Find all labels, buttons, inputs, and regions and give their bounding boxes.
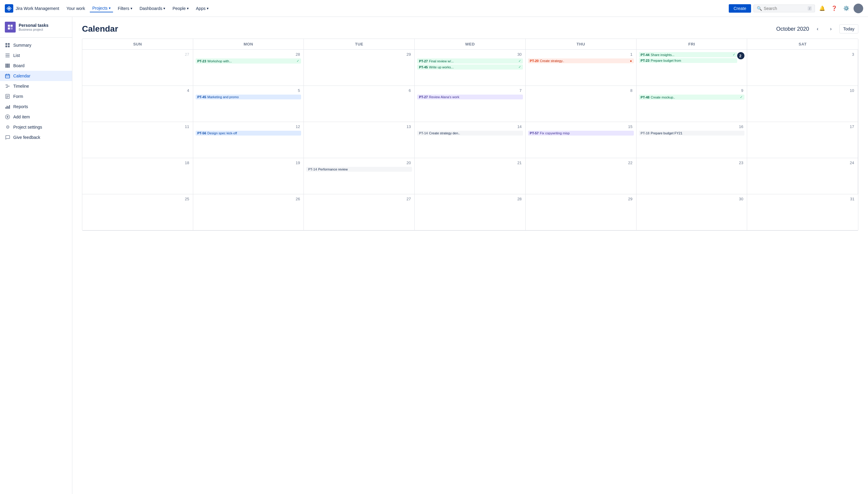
task-pill[interactable]: PT-27Review Alana's work (417, 95, 523, 99)
task-label: Prepare budget from (651, 59, 735, 62)
list-icon (5, 53, 10, 58)
settings-button[interactable]: ⚙️ (842, 4, 851, 13)
search-input[interactable] (764, 6, 806, 11)
calendar-cell-20[interactable]: 20PT-14Performance review (304, 158, 415, 194)
svg-rect-26 (6, 97, 8, 98)
calendar-cell-22[interactable]: 22 (525, 158, 636, 194)
topnav: Jira Work Management Your work Projects … (0, 0, 868, 17)
sidebar-item-board[interactable]: Board (0, 60, 72, 71)
calendar-cell-28[interactable]: 28 (415, 194, 525, 230)
calendar-cell-18[interactable]: 18 (82, 158, 193, 194)
sidebar-item-add-item[interactable]: Add item (0, 112, 72, 122)
task-id: PT-44 (641, 53, 649, 57)
nav-dashboards[interactable]: Dashboards ▾ (137, 5, 168, 12)
calendar-cell-27[interactable]: 27 (82, 50, 193, 86)
sidebar-item-reports[interactable]: Reports (0, 101, 72, 112)
calendar-cell-24[interactable]: 24 (747, 158, 858, 194)
calendar-cell-30[interactable]: 30PT-27Final review w/...✓PT-45Write up … (415, 50, 525, 86)
task-pill[interactable]: PT-23Workshop with...✓ (196, 58, 301, 63)
calendar-cell-31[interactable]: 31 (747, 194, 858, 230)
search-bar[interactable]: 🔍 / (754, 4, 815, 12)
task-pill[interactable]: PT-18Prepare budget FY21 (639, 131, 745, 136)
calendar-cell-26[interactable]: 26 (193, 194, 304, 230)
calendar-cell-25[interactable]: 25 (82, 194, 193, 230)
calendar-cell-2[interactable]: 2PT-44Share insights...✓PT-23Prepare bud… (636, 50, 747, 86)
svg-rect-24 (6, 95, 9, 96)
calendar-cell-5[interactable]: 5PT-45Marketing and promo (193, 86, 304, 122)
form-icon (5, 94, 10, 99)
filters-chevron-icon: ▾ (130, 6, 132, 11)
task-pill[interactable]: PT-45Marketing and promo (196, 95, 301, 99)
calendar-cell-29[interactable]: 29 (304, 50, 415, 86)
task-pill[interactable]: PT-14Create strategy den.. (417, 131, 523, 136)
sidebar-item-timeline[interactable]: Timeline (0, 81, 72, 91)
sidebar-item-list[interactable]: List (0, 50, 72, 60)
cell-date: 28 (417, 197, 523, 201)
calendar-cell-9[interactable]: 9PT-48Create mockup..✓ (636, 86, 747, 122)
task-pill[interactable]: PT-45Write up works...✓ (417, 64, 523, 70)
cell-date: 28 (196, 52, 301, 57)
task-pill[interactable]: PT-14Performance review (306, 167, 412, 172)
today-button[interactable]: Today (839, 24, 858, 34)
prev-month-button[interactable]: ‹ (813, 24, 823, 34)
calendar-cell-1[interactable]: 1PT-20Create strategy..● (525, 50, 636, 86)
calendar-cell-30[interactable]: 30 (636, 194, 747, 230)
calendar-cell-8[interactable]: 8 (525, 86, 636, 122)
calendar-cell-16[interactable]: 16PT-18Prepare budget FY21 (636, 122, 747, 158)
task-pill[interactable]: PT-20Create strategy..● (528, 58, 634, 63)
cell-date: 21 (417, 160, 523, 165)
task-pill[interactable]: PT-57Fix copywriting misp (528, 131, 634, 136)
task-pill[interactable]: PT-23Prepare budget from (639, 58, 738, 63)
app-logo[interactable]: Jira Work Management (5, 4, 59, 13)
nav-projects[interactable]: Projects ▾ (90, 4, 113, 12)
svg-rect-29 (8, 106, 9, 109)
calendar-cell-13[interactable]: 13 (304, 122, 415, 158)
task-pill[interactable]: PT-48Create mockup..✓ (639, 95, 745, 100)
calendar-cell-4[interactable]: 4 (82, 86, 193, 122)
nav-filters[interactable]: Filters ▾ (115, 5, 135, 12)
help-button[interactable]: ❓ (829, 4, 839, 13)
cell-date: 13 (306, 125, 412, 129)
calendar-cell-29[interactable]: 29 (525, 194, 636, 230)
calendar-cell-15[interactable]: 15PT-57Fix copywriting misp (525, 122, 636, 158)
calendar-cell-14[interactable]: 14PT-14Create strategy den.. (415, 122, 525, 158)
task-pill[interactable]: PT-27Final review w/...✓ (417, 58, 523, 63)
calendar-cell-10[interactable]: 10 (747, 86, 858, 122)
calendar-cell-19[interactable]: 19 (193, 158, 304, 194)
task-id: PT-23 (198, 59, 206, 63)
sidebar-project-header[interactable]: Personal tasks Business project (0, 17, 72, 38)
calendar-cell-6[interactable]: 6 (304, 86, 415, 122)
nav-apps[interactable]: Apps ▾ (193, 5, 211, 12)
calendar-cell-27[interactable]: 27 (304, 194, 415, 230)
create-button[interactable]: Create (729, 4, 751, 13)
calendar-cell-11[interactable]: 11 (82, 122, 193, 158)
calendar-cell-23[interactable]: 23 (636, 158, 747, 194)
sidebar-item-give-feedback[interactable]: Give feedback (0, 132, 72, 142)
nav-your-work[interactable]: Your work (64, 5, 87, 12)
sidebar: Personal tasks Business project Summary … (0, 17, 72, 494)
user-avatar[interactable] (853, 4, 863, 13)
cell-date: 10 (750, 88, 855, 93)
nav-people[interactable]: People ▾ (170, 5, 191, 12)
main-content: Calendar October 2020 ‹ › Today SUN MON … (72, 17, 868, 494)
calendar-cell-3[interactable]: 3 (747, 50, 858, 86)
sidebar-item-calendar[interactable]: Calendar (0, 71, 72, 81)
notifications-button[interactable]: 🔔 (817, 4, 827, 13)
cell-date: 27 (85, 52, 190, 57)
calendar-cell-7[interactable]: 7PT-27Review Alana's work (415, 86, 525, 122)
calendar-cell-28[interactable]: 28PT-23Workshop with...✓ (193, 50, 304, 86)
sidebar-item-summary[interactable]: Summary (0, 40, 72, 50)
task-label: Marketing and promo (207, 95, 299, 99)
svg-rect-28 (7, 106, 7, 109)
cell-date: 6 (306, 88, 412, 93)
sidebar-item-project-settings[interactable]: ⚙ Project settings (0, 122, 72, 132)
task-pill[interactable]: PT-56Design spec kick-off (196, 131, 301, 136)
calendar-cell-21[interactable]: 21 (415, 158, 525, 194)
task-pill[interactable]: PT-44Share insights...✓ (639, 52, 738, 57)
svg-rect-30 (9, 105, 10, 109)
next-month-button[interactable]: › (826, 24, 836, 34)
calendar-cell-17[interactable]: 17 (747, 122, 858, 158)
dashboards-chevron-icon: ▾ (163, 6, 165, 11)
calendar-cell-12[interactable]: 12PT-56Design spec kick-off (193, 122, 304, 158)
sidebar-item-form[interactable]: Form (0, 91, 72, 101)
